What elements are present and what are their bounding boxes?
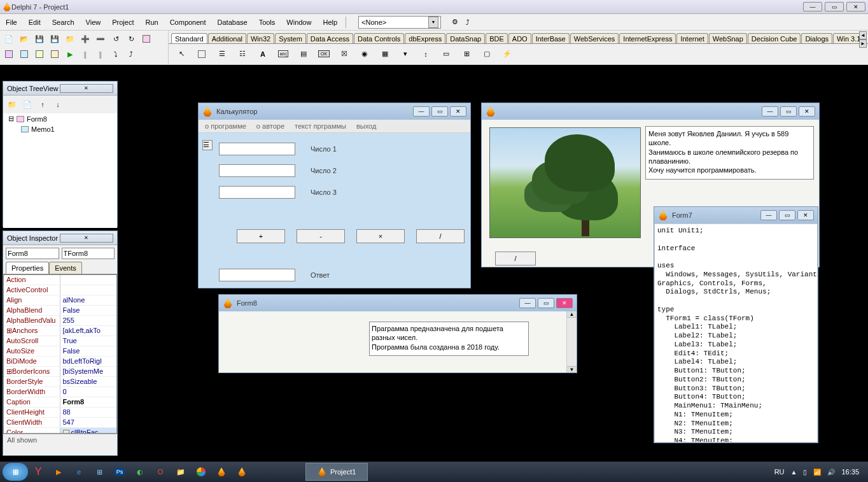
- mainmenu-component-icon[interactable]: ☰: [202, 140, 213, 150]
- inspector-object-type[interactable]: [62, 248, 115, 259]
- save-button[interactable]: 💾: [33, 32, 46, 45]
- open-button[interactable]: 📂: [18, 32, 31, 45]
- property-row[interactable]: AlphaBlendFalse: [4, 306, 116, 316]
- tab-events[interactable]: Events: [49, 262, 82, 274]
- tab-decisioncube[interactable]: Decision Cube: [748, 33, 801, 44]
- tab-scroll-right[interactable]: ►: [859, 39, 867, 48]
- form-maximize-button[interactable]: ▭: [431, 106, 448, 117]
- stepover-button[interactable]: ⤴: [125, 48, 137, 60]
- tab-dataaccess[interactable]: Data Access: [307, 33, 353, 44]
- calc-menu-about-author[interactable]: о авторе: [256, 122, 284, 130]
- menu-window[interactable]: Window: [281, 16, 317, 29]
- mainmenu-icon[interactable]: ☰: [214, 46, 230, 62]
- new-button[interactable]: 📄: [3, 32, 15, 45]
- menu-tools[interactable]: Tools: [253, 16, 281, 29]
- tab-webservices[interactable]: WebServices: [570, 33, 619, 44]
- form8-memo[interactable]: Праграмма предназначена для подшета разн…: [369, 322, 529, 356]
- actionlist-icon[interactable]: ⚡: [500, 46, 515, 62]
- tray-network-icon[interactable]: 📶: [813, 469, 821, 476]
- calc-minus-button[interactable]: -: [297, 229, 345, 243]
- checkbox-icon[interactable]: ☒: [337, 46, 352, 62]
- tab-dialogs[interactable]: Dialogs: [801, 33, 832, 44]
- tab-datasnap[interactable]: DataSnap: [446, 33, 485, 44]
- calc-plus-button[interactable]: +: [237, 229, 285, 243]
- property-row[interactable]: BiDiModebdLeftToRigl: [4, 357, 116, 367]
- tree-node-child[interactable]: Memo1: [3, 124, 117, 134]
- menu-view[interactable]: View: [80, 16, 107, 29]
- form8-window[interactable]: Form8 — ▭ ✕ Праграмма предназначена для …: [218, 294, 577, 373]
- form-close-button[interactable]: ✕: [450, 106, 466, 117]
- combobox-icon[interactable]: ▾: [398, 46, 413, 62]
- form-close-button[interactable]: ✕: [556, 298, 573, 308]
- calc-input-3[interactable]: [219, 186, 295, 199]
- taskbar-pinned-icon[interactable]: O: [150, 463, 171, 481]
- taskbar-pinned-icon[interactable]: ◐: [130, 463, 150, 481]
- menu-project[interactable]: Project: [106, 16, 139, 29]
- toolbar-icon[interactable]: ⤴: [461, 16, 474, 29]
- tab-internet[interactable]: Internet: [676, 33, 708, 44]
- property-row[interactable]: ClientHeight88: [4, 408, 116, 418]
- inspector-close-icon[interactable]: ✕: [60, 234, 114, 243]
- menu-database[interactable]: Database: [212, 16, 253, 29]
- saveall-button[interactable]: 💾: [48, 32, 61, 45]
- open-project-button[interactable]: 📁: [64, 32, 76, 45]
- property-row[interactable]: AlignalNone: [4, 295, 116, 306]
- maximize-button[interactable]: ▭: [825, 2, 844, 11]
- property-row[interactable]: ⊞Anchors[akLeft,akTo: [4, 326, 116, 336]
- tray-flag-icon[interactable]: ▲: [791, 469, 797, 476]
- radiobutton-icon[interactable]: ◉: [357, 46, 372, 62]
- button-icon[interactable]: OK: [316, 46, 332, 62]
- calc-answer-input[interactable]: [219, 269, 295, 281]
- tab-websnap[interactable]: WebSnap: [709, 33, 747, 44]
- popupmenu-icon[interactable]: ☷: [235, 46, 250, 62]
- taskbar-language[interactable]: RU: [774, 468, 785, 476]
- form-maximize-button[interactable]: ▭: [780, 106, 797, 117]
- panel-icon[interactable]: ▢: [479, 46, 494, 62]
- step-button[interactable]: ⤵: [109, 48, 122, 60]
- toolbar-icon[interactable]: ⚙: [449, 16, 461, 29]
- menu-run[interactable]: Run: [139, 16, 164, 29]
- tab-additional[interactable]: Additional: [208, 33, 246, 44]
- calc-div-button[interactable]: /: [416, 229, 465, 243]
- tab-bde[interactable]: BDE: [486, 33, 508, 44]
- close-button[interactable]: ✕: [846, 2, 865, 11]
- taskbar-pinned-icon[interactable]: ▶: [48, 463, 69, 481]
- toolbar-icon[interactable]: ↺: [109, 32, 122, 45]
- property-row[interactable]: CaptionForm8: [4, 397, 116, 408]
- scrollbar-icon[interactable]: ↕: [418, 46, 433, 62]
- form-minimize-button[interactable]: —: [760, 210, 777, 220]
- form-close-button[interactable]: ✕: [799, 106, 815, 117]
- tray-volume-icon[interactable]: 🔊: [827, 469, 835, 476]
- taskbar-app-delphi[interactable]: [211, 463, 232, 481]
- calculator-form[interactable]: Калькулятор — ▭ ✕ о программе о авторе т…: [198, 103, 471, 288]
- form-maximize-button[interactable]: ▭: [538, 298, 554, 308]
- taskbar-clock[interactable]: 16:35: [841, 468, 859, 476]
- form-minimize-button[interactable]: —: [413, 106, 430, 117]
- form-minimize-button[interactable]: —: [762, 106, 778, 117]
- toolbar-icon[interactable]: ↻: [125, 32, 137, 45]
- form7-code-memo[interactable]: unit Unit1; interface uses Windows, Mess…: [654, 223, 818, 443]
- form7-window[interactable]: Form7 — ▭ ✕ unit Unit1; interface uses W…: [654, 206, 818, 443]
- property-row[interactable]: Action: [4, 275, 116, 285]
- remove-button[interactable]: ➖: [94, 32, 107, 45]
- calc-menu-source[interactable]: текст прграммы: [295, 122, 346, 130]
- property-row[interactable]: BorderWidth0: [4, 387, 116, 397]
- tab-internetexpress[interactable]: InternetExpress: [619, 33, 676, 44]
- tree-tool-icon[interactable]: ↑: [36, 98, 49, 111]
- add-button[interactable]: ➕: [79, 32, 92, 45]
- calc-menu-about-prog[interactable]: о программе: [205, 122, 246, 130]
- property-row[interactable]: AutoSizeFalse: [4, 346, 116, 357]
- listbox-icon[interactable]: ▦: [377, 46, 393, 62]
- calc-input-1[interactable]: [219, 143, 295, 155]
- tree-tool-icon[interactable]: 📁: [6, 98, 18, 111]
- treeview-body[interactable]: ⊟ Form8 Memo1: [3, 113, 117, 228]
- inspector-object-name[interactable]: [6, 248, 59, 259]
- toolbar-icon[interactable]: [48, 48, 61, 60]
- inspector-title-bar[interactable]: Object Inspector ✕: [3, 231, 117, 245]
- property-row[interactable]: ActiveControl: [4, 285, 116, 295]
- form-close-button[interactable]: ✕: [797, 210, 814, 220]
- config-combo[interactable]: <None>: [358, 16, 441, 29]
- taskbar-task-project1[interactable]: Project1: [305, 463, 368, 481]
- run-button[interactable]: ▶: [64, 48, 76, 60]
- start-button[interactable]: ⊞: [3, 463, 28, 481]
